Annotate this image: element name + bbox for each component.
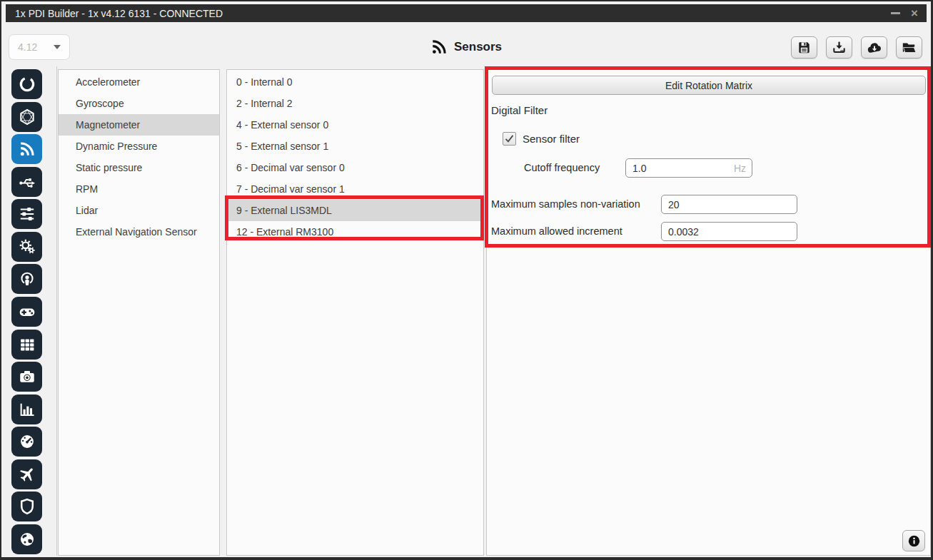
list-item-internal-2[interactable]: 2 - Internal 2	[227, 93, 483, 114]
sidebar-item-mesh[interactable]	[11, 102, 42, 132]
hexagon-mesh-icon	[18, 108, 36, 126]
list-item-external-sensor-1[interactable]: 5 - External sensor 1	[227, 136, 483, 157]
gauge-icon	[18, 432, 36, 451]
cloud-download-button[interactable]	[861, 36, 887, 58]
sidebar-item-safety[interactable]	[11, 492, 42, 521]
usb-icon	[18, 173, 36, 191]
checkmark-icon	[503, 133, 515, 145]
max-allowed-increment-label: Maximum allowed increment	[491, 222, 622, 241]
keypad-grid-icon	[18, 335, 36, 354]
info-button[interactable]	[902, 530, 925, 551]
sidebar-item-flight[interactable]	[11, 459, 42, 489]
icon-sidebar	[11, 69, 43, 554]
gamepad-icon	[18, 302, 36, 321]
import-button[interactable]	[826, 36, 852, 58]
sensor-filter-checkbox[interactable]	[503, 132, 516, 146]
sidebar-item-camera[interactable]	[11, 362, 42, 392]
sidebar-item-keypad[interactable]	[11, 330, 42, 360]
bar-chart-icon	[18, 400, 36, 419]
menu-item-dynamic-pressure[interactable]: Dynamic Pressure	[59, 136, 219, 157]
max-samples-non-variation-label: Maximum samples non-variation	[491, 195, 640, 214]
info-icon	[907, 534, 922, 549]
cloud-download-icon	[866, 39, 883, 56]
sidebar-item-telemetry-chart[interactable]	[11, 394, 42, 424]
max-samples-non-variation-input[interactable]	[661, 195, 797, 214]
title-bar: 1x PDI Builder - 1x v4.12 6131 - CONNECT…	[6, 4, 927, 22]
cutoff-frequency-label: Cutoff frequency	[524, 158, 600, 178]
open-file-button[interactable]	[896, 36, 922, 58]
menu-item-magnetometer[interactable]: Magnetometer	[59, 114, 219, 136]
max-allowed-increment-input[interactable]	[661, 222, 797, 241]
loader-circle-icon	[18, 75, 36, 93]
cutoff-frequency-input[interactable]	[625, 158, 752, 178]
sidebar-item-platform[interactable]	[11, 69, 42, 99]
floppy-save-icon	[796, 39, 812, 56]
sidebar-item-world[interactable]	[11, 524, 42, 554]
list-item-internal-0[interactable]: 0 - Internal 0	[227, 71, 483, 93]
globe-icon	[18, 530, 36, 549]
gears-icon	[18, 238, 36, 256]
airplane-icon	[18, 465, 36, 484]
feed-icon	[430, 39, 448, 56]
menu-item-external-navigation-sensor[interactable]: External Navigation Sensor	[59, 221, 219, 243]
edit-rotation-matrix-button[interactable]: Edit Rotation Matrix	[492, 76, 926, 95]
digital-filter-section-title: Digital Filter	[491, 104, 548, 116]
menu-item-gyroscope[interactable]: Gyroscope	[59, 93, 219, 114]
list-item-external-lis3mdl[interactable]: 9 - External LIS3MDL	[227, 200, 483, 221]
menu-item-rpm[interactable]: RPM	[59, 178, 219, 200]
download-tray-icon	[831, 39, 847, 56]
list-item-decimal-var-sensor-1[interactable]: 7 - Decimal var sensor 1	[227, 178, 483, 200]
window-title: 1x PDI Builder - 1x v4.12 6131 - CONNECT…	[15, 8, 223, 19]
version-value: 4.12	[18, 41, 37, 53]
sensor-type-menu: Accelerometer Gyroscope Magnetometer Dyn…	[58, 69, 220, 556]
sensor-filter-label: Sensor filter	[523, 133, 580, 145]
open-folder-icon	[901, 39, 918, 56]
sidebar-item-podcast[interactable]	[11, 264, 42, 294]
sidebar-divider	[56, 66, 57, 556]
sidebar-item-usb[interactable]	[11, 167, 42, 197]
menu-item-accelerometer[interactable]: Accelerometer	[59, 71, 219, 93]
sidebar-item-sensors[interactable]	[11, 134, 42, 164]
magnetometer-sensor-list: 0 - Internal 0 2 - Internal 2 4 - Extern…	[226, 69, 484, 556]
minimize-icon[interactable]	[891, 12, 900, 14]
list-item-external-sensor-0[interactable]: 4 - External sensor 0	[227, 114, 483, 136]
sidebar-item-gauge[interactable]	[11, 427, 42, 457]
list-item-external-rm3100[interactable]: 12 - External RM3100	[227, 221, 483, 243]
close-icon[interactable]: ×	[911, 7, 918, 19]
shield-icon	[18, 497, 36, 516]
version-dropdown[interactable]: 4.12	[9, 34, 70, 60]
app-window: 1x PDI Builder - 1x v4.12 6131 - CONNECT…	[0, 0, 933, 560]
magnetometer-detail-panel: Edit Rotation Matrix Digital Filter Sens…	[486, 69, 931, 556]
podcast-icon	[18, 270, 36, 288]
list-item-decimal-var-sensor-0[interactable]: 6 - Decimal var sensor 0	[227, 157, 483, 178]
sliders-icon	[18, 205, 36, 223]
chevron-down-icon	[54, 45, 61, 49]
toolbar	[791, 36, 922, 58]
sidebar-item-gears[interactable]	[11, 232, 42, 262]
camera-icon	[18, 367, 36, 386]
save-button[interactable]	[791, 36, 817, 58]
menu-item-lidar[interactable]: Lidar	[59, 200, 219, 221]
sidebar-item-gamepad[interactable]	[11, 297, 42, 327]
sensors-feed-icon	[18, 141, 36, 158]
menu-item-static-pressure[interactable]: Static pressure	[59, 157, 219, 178]
sidebar-item-settings-sliders[interactable]	[11, 199, 42, 229]
